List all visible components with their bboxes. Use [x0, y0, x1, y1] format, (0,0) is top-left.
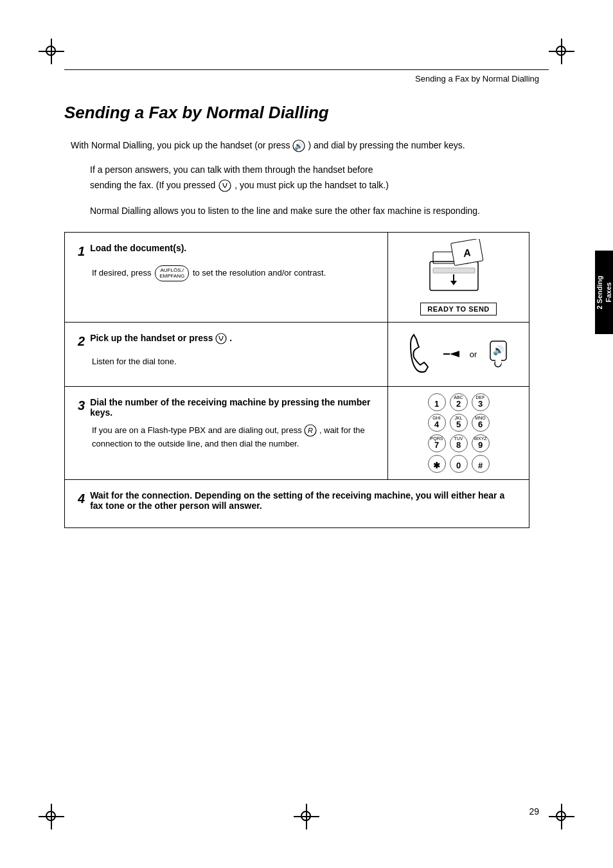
header-text: Sending a Fax by Normal Dialling: [415, 74, 539, 84]
step-1-right: A READY TO SEND: [387, 233, 529, 322]
key-0: 0: [450, 455, 468, 473]
step-2-subtitle: Listen for the dial tone.: [92, 355, 375, 369]
step-3: 3 Dial the number of the receiving machi…: [65, 387, 529, 480]
corner-mark-bc: [294, 804, 319, 829]
key-hash: #: [472, 455, 490, 473]
page-title: Sending a Fax by Normal Dialling: [64, 103, 529, 123]
step-2-right: or 🔊: [387, 323, 529, 386]
key-8: TUV8: [450, 434, 468, 452]
steps-container: 1 Load the document(s). If desired, pres…: [64, 232, 529, 528]
fax-illustration: A READY TO SEND: [395, 239, 522, 315]
arrow-left-icon: [443, 348, 459, 360]
main-content: Sending a Fax by Normal Dialling With No…: [64, 90, 529, 528]
key-4: GHI4: [428, 414, 446, 432]
side-tab-text: 2 SendingFaxes: [595, 276, 613, 310]
handset-inline-icon-small: [218, 179, 232, 193]
step-3-left: 3 Dial the number of the receiving machi…: [65, 387, 387, 479]
svg-rect-7: [433, 268, 475, 273]
step-3-right: 1 ABC2 DEF3 GHI4 JKL5 MNO6 PQRS7 TUV8 WX…: [387, 387, 529, 479]
handset-svg: [407, 332, 433, 376]
corner-mark-tl: [39, 39, 64, 64]
key-5: JKL5: [450, 414, 468, 432]
svg-text:🔊: 🔊: [294, 141, 303, 150]
intro-p1: With Normal Dialling, you pick up the ha…: [64, 138, 529, 152]
intro-p3: Normal Dialling allows you to listen to …: [64, 204, 529, 219]
step-2-left: 2 Pick up the handset or press . Listen …: [65, 323, 387, 386]
step-2: 2 Pick up the handset or press . Listen …: [65, 323, 529, 387]
key-2: ABC2: [450, 393, 468, 411]
svg-rect-15: [495, 360, 501, 364]
or-text: or: [470, 350, 477, 359]
key-1: 1: [428, 393, 446, 411]
step-1: 1 Load the document(s). If desired, pres…: [65, 233, 529, 323]
keypad-row-2: GHI4 JKL5 MNO6: [428, 414, 490, 432]
key-9: WXYZ9: [472, 434, 490, 452]
key-6: MNO6: [472, 414, 490, 432]
corner-mark-br: [549, 804, 574, 829]
fax-machine-svg: A: [420, 239, 497, 294]
keypad: 1 ABC2 DEF3 GHI4 JKL5 MNO6 PQRS7 TUV8 WX…: [428, 393, 490, 473]
key-star: ✱: [428, 455, 446, 473]
handset-area: or 🔊: [395, 332, 522, 376]
auflos-button-icon: AUFLÖS./ EMPFANG: [155, 265, 189, 281]
key-7: PQRS7: [428, 434, 446, 452]
side-tab: 2 SendingFaxes: [595, 251, 613, 334]
svg-marker-11: [450, 351, 459, 357]
keypad-row-1: 1 ABC2 DEF3: [428, 393, 490, 411]
monitor-speaker-svg: 🔊: [487, 338, 510, 370]
svg-marker-9: [450, 281, 457, 285]
svg-point-10: [216, 333, 226, 344]
svg-text:R: R: [308, 427, 313, 434]
keypad-row-4: ✱ 0 #: [428, 455, 490, 473]
handset-icon-step2: [215, 333, 227, 344]
corner-mark-bl: [39, 804, 64, 829]
step-4: 4 Wait for the connection. Depending on …: [65, 480, 529, 527]
step-1-title: 1 Load the document(s).: [78, 243, 375, 259]
corner-mark-tr: [549, 39, 574, 64]
step-1-body: If desired, press AUFLÖS./ EMPFANG to se…: [92, 265, 375, 281]
step-2-title: 2 Pick up the handset or press .: [78, 333, 375, 349]
intro-p2: If a person answers, you can talk with t…: [64, 163, 529, 193]
speaker-inline-icon: 🔊: [292, 139, 305, 152]
header-line: [64, 69, 549, 70]
page-number: 29: [529, 806, 539, 817]
keypad-row-3: PQRS7 TUV8 WXYZ9: [428, 434, 490, 452]
svg-point-2: [219, 180, 231, 191]
r-button-icon: R: [304, 424, 317, 437]
step-4-title: 4 Wait for the connection. Depending on …: [78, 490, 516, 511]
svg-text:🔊: 🔊: [493, 345, 504, 356]
key-3: DEF3: [472, 393, 490, 411]
ready-to-send-box: READY TO SEND: [420, 303, 497, 315]
step-3-title: 3 Dial the number of the receiving machi…: [78, 397, 375, 418]
step-1-left: 1 Load the document(s). If desired, pres…: [65, 233, 387, 322]
step-3-body: If you are on a Flash-type PBX and are d…: [92, 424, 375, 451]
step-4-left: 4 Wait for the connection. Depending on …: [65, 480, 529, 527]
